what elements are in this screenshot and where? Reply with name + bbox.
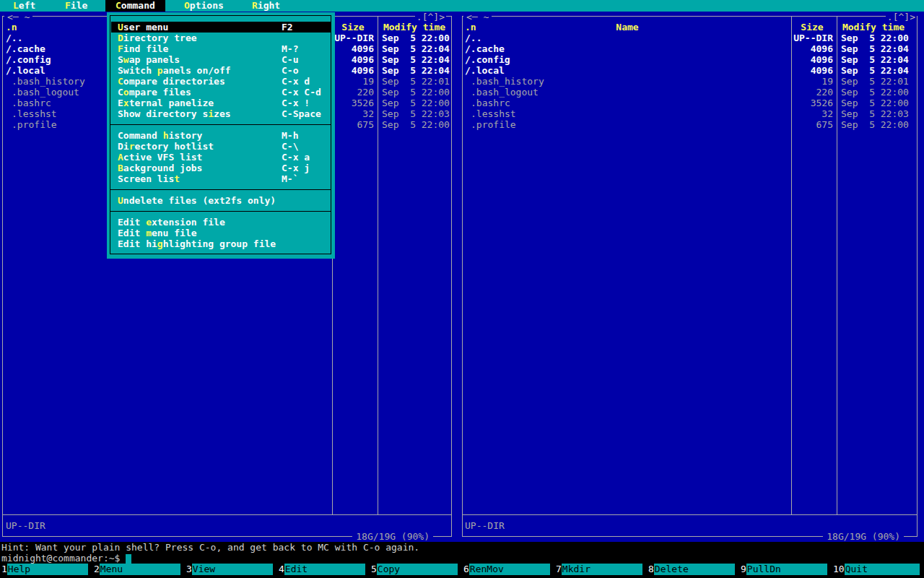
panel-path-label: ~: [483, 12, 489, 22]
menu-item-edit-extension-file[interactable]: Edit extension file: [111, 217, 331, 228]
shell-prompt[interactable]: midnight@commander:~$: [1, 553, 131, 564]
fn-key-quit[interactable]: 10Quit: [832, 564, 924, 575]
panel-path-label: ~: [24, 12, 30, 22]
file-row-bash-logout[interactable]: .bash_logout220Sep 5 22:00: [459, 87, 924, 98]
menu-item-active-vfs-list[interactable]: Active VFS listC-x a: [111, 152, 331, 163]
menu-item-user-menu[interactable]: User menuF2: [111, 22, 331, 33]
menu-left[interactable]: Left: [13, 0, 35, 12]
fn-key-menu[interactable]: 2Menu: [92, 564, 185, 575]
ministatus-separator: [463, 514, 918, 515]
file-row-config[interactable]: /.config4096Sep 5 22:04: [459, 54, 924, 65]
menu-bar: Left File Command Options Right: [0, 0, 924, 12]
menu-item-directory-hotlist[interactable]: Directory hotlistC-\: [111, 141, 331, 152]
fn-key-delete[interactable]: 8Delete: [647, 564, 739, 575]
file-row-bash-history[interactable]: .bash_history19Sep 5 22:01: [459, 76, 924, 87]
menu-item-external-panelize[interactable]: External panelizeC-x !: [111, 98, 331, 108]
free-space-indicator: 18G/19G (90%): [823, 531, 904, 542]
history-back-icon[interactable]: <─: [7, 12, 19, 22]
fn-key-help[interactable]: 1Help: [0, 564, 92, 575]
menu-item-show-directory-sizes[interactable]: Show directory sizesC-Space: [111, 108, 331, 119]
command-dropdown-menu: User menuF2 Directory tree Find fileM-? …: [107, 12, 335, 259]
menu-item-command-history[interactable]: Command historyM-h: [111, 130, 331, 141]
menu-item-screen-list[interactable]: Screen listM-`: [111, 173, 331, 184]
menu-separator: [110, 124, 331, 125]
menu-item-undelete-files[interactable]: Undelete files (ext2fs only): [111, 195, 331, 206]
history-back-icon[interactable]: <─: [466, 12, 478, 22]
panel-border-top: [462, 16, 918, 17]
panel-nav-buttons[interactable]: .[^]>: [415, 12, 446, 22]
file-row-bashrc[interactable]: .bashrc3526Sep 5 22:00: [459, 98, 924, 108]
panel-nav-buttons[interactable]: .[^]>: [886, 12, 917, 22]
menu-item-edit-menu-file[interactable]: Edit menu file: [111, 228, 331, 238]
function-key-bar: 1Help 2Menu 3View 4Edit 5Copy 6RenMov 7M…: [0, 564, 924, 575]
ministatus-separator: [3, 514, 451, 515]
file-row-profile[interactable]: .profile675Sep 5 22:00: [459, 119, 924, 130]
panel-header-row: .n Name Size Modify time: [459, 22, 924, 33]
file-row-lesshst[interactable]: .lesshst32Sep 5 22:03: [459, 108, 924, 119]
menu-item-compare-directories[interactable]: Compare directoriesC-x d: [111, 76, 331, 87]
menu-item-compare-files[interactable]: Compare filesC-x C-d: [111, 87, 331, 98]
file-row-updir[interactable]: /..UP--DIRSep 5 22:00: [459, 33, 924, 43]
fn-key-copy[interactable]: 5Copy: [370, 564, 462, 575]
fn-key-renmov[interactable]: 6RenMov: [462, 564, 554, 575]
column-header-mtime[interactable]: Modify time: [837, 22, 910, 33]
menu-separator: [110, 211, 331, 212]
panel-path[interactable]: <─ ~: [4, 12, 32, 22]
menu-item-switch-panels[interactable]: Switch panels on/offC-o: [111, 65, 331, 76]
menu-item-edit-highlighting-group-file[interactable]: Edit highlighting group file: [111, 238, 331, 249]
column-header-size[interactable]: Size: [328, 22, 378, 33]
mini-status: UP--DIR: [465, 520, 505, 531]
menu-right[interactable]: Right: [252, 0, 280, 12]
file-row-local[interactable]: /.local4096Sep 5 22:04: [459, 65, 924, 76]
fn-key-pulldn[interactable]: 9PullDn: [739, 564, 832, 575]
mini-status: UP--DIR: [6, 520, 45, 531]
menu-item-swap-panels[interactable]: Swap panelsC-u: [111, 54, 331, 65]
menu-command[interactable]: Command: [105, 0, 165, 12]
fn-key-view[interactable]: 3View: [185, 564, 277, 575]
column-header-name[interactable]: Name: [465, 22, 790, 33]
file-row-cache[interactable]: /.cache4096Sep 5 22:04: [459, 43, 924, 54]
column-header-mtime[interactable]: Modify time: [378, 22, 451, 33]
right-panel: <─ ~ .[^]> .n Name Size Modify time /..U…: [459, 12, 924, 542]
terminal-cursor: [126, 554, 131, 564]
fn-key-edit[interactable]: 4Edit: [277, 564, 370, 575]
menu-file[interactable]: File: [65, 0, 87, 12]
menu-item-find-file[interactable]: Find fileM-?: [111, 43, 331, 54]
menu-separator: [110, 189, 331, 190]
menu-item-directory-tree[interactable]: Directory tree: [111, 33, 331, 43]
panel-path[interactable]: <─ ~: [463, 12, 492, 22]
menu-options[interactable]: Options: [184, 0, 224, 12]
midnight-commander-screen: Left File Command Options Right <─ ~ .[^…: [0, 0, 924, 578]
fn-key-mkdir[interactable]: 7Mkdir: [554, 564, 647, 575]
menu-item-background-jobs[interactable]: Background jobsC-x j: [111, 163, 331, 173]
hint-line: Hint: Want your plain shell? Press C-o, …: [1, 542, 419, 553]
free-space-indicator: 18G/19G (90%): [352, 531, 433, 542]
column-header-size[interactable]: Size: [788, 22, 837, 33]
